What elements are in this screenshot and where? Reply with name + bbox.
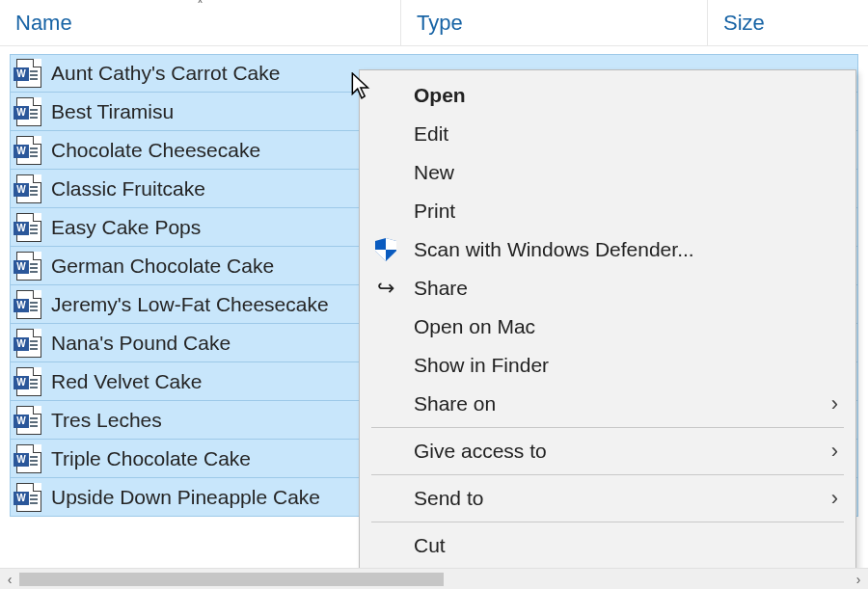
menu-item-label: Open on Mac <box>414 315 838 338</box>
menu-item-label: Open <box>414 84 838 107</box>
column-header-label: Name <box>15 11 72 36</box>
menu-item-label: Cut <box>414 534 838 557</box>
file-name-label: Triple Chocolate Cake <box>51 447 251 470</box>
file-name-label: Classic Fruitcake <box>51 177 205 201</box>
menu-separator <box>371 474 844 475</box>
scroll-right-arrow-icon[interactable]: › <box>849 569 868 590</box>
menu-item[interactable]: Scan with Windows Defender... <box>360 230 855 269</box>
submenu-arrow-icon: › <box>831 391 838 416</box>
column-header-row: ˄ Name Type Size <box>0 0 868 46</box>
menu-item-label: Give access to <box>414 440 818 463</box>
word-document-icon: W <box>16 59 41 88</box>
menu-item[interactable]: ↪Share <box>360 269 855 308</box>
file-name-label: Easy Cake Pops <box>51 216 201 239</box>
file-name-label: Aunt Cathy's Carrot Cake <box>51 62 280 85</box>
horizontal-scrollbar[interactable]: ‹ › <box>0 568 868 589</box>
sort-ascending-icon: ˄ <box>197 0 203 13</box>
defender-shield-icon <box>371 238 400 261</box>
column-header-type[interactable]: Type <box>401 0 708 45</box>
menu-item[interactable]: Send to› <box>360 479 855 518</box>
context-menu: OpenEditNewPrintScan with Windows Defend… <box>359 69 856 572</box>
menu-item-label: Share on <box>414 392 818 415</box>
menu-item[interactable]: Open <box>360 76 855 115</box>
word-document-icon: W <box>16 213 41 242</box>
word-document-icon: W <box>16 290 41 319</box>
column-header-name[interactable]: ˄ Name <box>0 0 401 45</box>
menu-item-label: Send to <box>414 487 818 510</box>
word-document-icon: W <box>16 367 41 396</box>
submenu-arrow-icon: › <box>831 486 838 511</box>
menu-item[interactable]: Cut <box>360 526 855 565</box>
menu-item[interactable]: Give access to› <box>360 432 855 470</box>
submenu-arrow-icon: › <box>831 439 838 464</box>
file-name-label: Jeremy's Low-Fat Cheesecake <box>51 293 329 316</box>
share-icon: ↪ <box>371 276 400 301</box>
file-name-label: Upside Down Pineapple Cake <box>51 486 320 509</box>
word-document-icon: W <box>16 97 41 126</box>
word-document-icon: W <box>16 406 41 435</box>
file-name-label: Nana's Pound Cake <box>51 332 231 355</box>
menu-item[interactable]: Share on› <box>360 385 855 423</box>
menu-item-label: Edit <box>414 122 838 146</box>
menu-item[interactable]: Show in Finder <box>360 346 855 385</box>
column-header-label: Type <box>417 11 463 36</box>
column-header-size[interactable]: Size <box>708 0 868 45</box>
menu-item[interactable]: Open on Mac <box>360 308 855 346</box>
file-name-label: Red Velvet Cake <box>51 370 202 393</box>
scroll-left-arrow-icon[interactable]: ‹ <box>0 569 19 590</box>
word-document-icon: W <box>16 174 41 203</box>
menu-item-label: New <box>414 161 838 184</box>
menu-item[interactable]: Print <box>360 192 855 230</box>
file-name-label: Best Tiramisu <box>51 100 174 123</box>
word-document-icon: W <box>16 483 41 512</box>
menu-item[interactable]: New <box>360 153 855 192</box>
word-document-icon: W <box>16 329 41 358</box>
menu-item-label: Share <box>414 277 838 300</box>
menu-item[interactable]: Edit <box>360 115 855 153</box>
scrollbar-thumb[interactable] <box>19 573 444 586</box>
word-document-icon: W <box>16 252 41 281</box>
menu-separator <box>371 522 844 522</box>
menu-item-label: Show in Finder <box>414 354 838 377</box>
word-document-icon: W <box>16 136 41 165</box>
word-document-icon: W <box>16 444 41 473</box>
menu-item-label: Print <box>414 200 838 223</box>
menu-separator <box>371 427 844 428</box>
column-header-label: Size <box>723 11 765 36</box>
file-name-label: Chocolate Cheesecake <box>51 139 260 162</box>
file-name-label: Tres Leches <box>51 409 162 432</box>
file-name-label: German Chocolate Cake <box>51 254 274 278</box>
menu-item-label: Scan with Windows Defender... <box>414 238 838 261</box>
scrollbar-track[interactable] <box>19 569 849 590</box>
